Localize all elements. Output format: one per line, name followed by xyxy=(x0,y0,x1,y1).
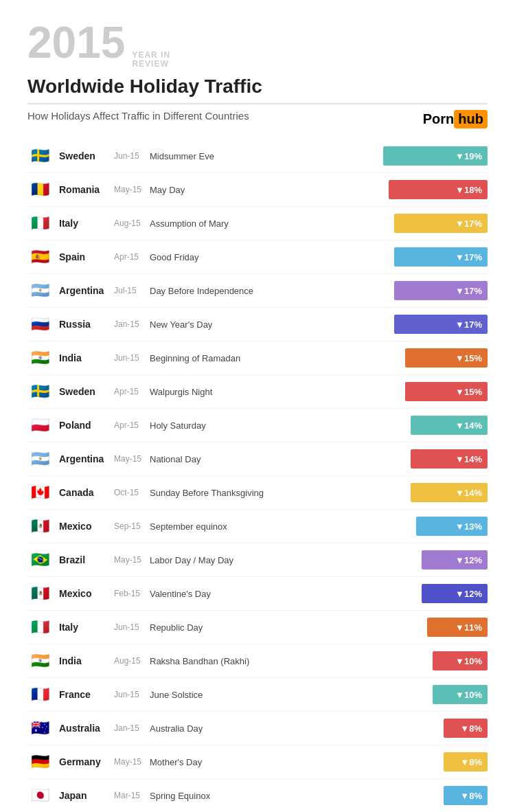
table-row: 🇦🇺 Australia Jan-15 Australia Day ▼8% xyxy=(27,712,488,745)
country-name: Argentina xyxy=(59,285,114,296)
subtitle: How Holidays Affect Traffic in Different… xyxy=(27,110,249,122)
year-text: 2015 xyxy=(27,21,125,65)
date-label: Jun-15 xyxy=(114,353,150,363)
table-row: 🇯🇵 Japan Mar-15 Spring Equinox ▼8% xyxy=(27,779,488,812)
holiday-name: May Day xyxy=(150,185,378,195)
country-name: India xyxy=(59,352,114,363)
percentage-bar: ▼12% xyxy=(422,584,488,603)
flag-icon: 🇮🇹 xyxy=(27,615,52,640)
bar-container: ▼18% xyxy=(378,180,488,199)
year-sub-line2: REVIEW xyxy=(132,60,170,69)
bar-container: ▼17% xyxy=(378,214,488,233)
flag-icon: 🇮🇳 xyxy=(27,649,52,673)
bar-container: ▼17% xyxy=(378,315,488,334)
flag-icon: 🇪🇸 xyxy=(27,245,52,269)
date-label: May-15 xyxy=(114,454,150,464)
flag-icon: 🇵🇱 xyxy=(27,413,52,438)
percentage-bar: ▼11% xyxy=(427,618,488,637)
percentage-bar: ▼17% xyxy=(394,281,488,300)
flag-icon: 🇮🇳 xyxy=(27,346,52,370)
date-label: Jan-15 xyxy=(114,319,150,329)
percentage-bar: ▼15% xyxy=(405,348,488,368)
table-row: 🇮🇹 Italy Aug-15 Assumption of Mary ▼17% xyxy=(27,207,488,240)
bar-container: ▼8% xyxy=(378,752,488,771)
holiday-name: Holy Saturday xyxy=(150,420,378,431)
table-row: 🇲🇽 Mexico Feb-15 Valentine's Day ▼12% xyxy=(27,577,488,611)
date-label: Jun-15 xyxy=(114,151,150,161)
table-row: 🇨🇦 Canada Oct-15 Sunday Before Thanksgiv… xyxy=(27,476,488,510)
bar-container: ▼8% xyxy=(378,719,488,738)
holiday-name: Beginning of Ramadan xyxy=(150,353,378,363)
percentage-bar: ▼14% xyxy=(411,483,488,502)
table-row: 🇷🇴 Romania May-15 May Day ▼18% xyxy=(27,173,488,207)
table-row: 🇪🇸 Spain Apr-15 Good Friday ▼17% xyxy=(27,240,488,274)
table-row: 🇸🇪 Sweden Jun-15 Midsummer Eve ▼19% xyxy=(27,139,488,173)
holiday-name: National Day xyxy=(150,454,378,464)
percentage-bar: ▼19% xyxy=(383,146,488,166)
country-name: Australia xyxy=(59,723,114,734)
country-name: France xyxy=(59,689,114,700)
table-row: 🇮🇳 India Aug-15 Raksha Bandhan (Rakhi) ▼… xyxy=(27,644,488,678)
date-label: Aug-15 xyxy=(114,218,150,228)
flag-icon: 🇸🇪 xyxy=(27,144,52,168)
table-row: 🇵🇱 Poland Apr-15 Holy Saturday ▼14% xyxy=(27,409,488,442)
percentage-bar: ▼17% xyxy=(394,247,488,267)
bar-container: ▼10% xyxy=(378,651,488,670)
country-name: Spain xyxy=(59,251,114,262)
country-name: Argentina xyxy=(59,453,114,464)
date-label: Sep-15 xyxy=(114,521,150,531)
logo-part1: Porn xyxy=(423,111,455,127)
bar-container: ▼14% xyxy=(378,449,488,469)
bar-container: ▼19% xyxy=(378,146,488,166)
table-row: 🇮🇹 Italy Jun-15 Republic Day ▼11% xyxy=(27,611,488,644)
bar-container: ▼13% xyxy=(378,517,488,536)
flag-icon: 🇷🇴 xyxy=(27,177,52,202)
date-label: May-15 xyxy=(114,185,150,194)
flag-icon: 🇦🇷 xyxy=(27,447,52,471)
percentage-bar: ▼8% xyxy=(444,786,488,805)
country-name: Brazil xyxy=(59,554,114,565)
date-label: Jun-15 xyxy=(114,690,150,699)
table-row: 🇧🇷 Brazil May-15 Labor Day / May Day ▼12… xyxy=(27,543,488,577)
percentage-bar: ▼10% xyxy=(433,685,488,704)
date-label: Feb-15 xyxy=(114,589,150,598)
holiday-name: Mother's Day xyxy=(150,757,378,767)
percentage-bar: ▼18% xyxy=(389,180,488,199)
holiday-name: Midsummer Eve xyxy=(150,151,378,161)
holiday-name: September equinox xyxy=(150,521,378,532)
date-label: Apr-15 xyxy=(114,252,150,262)
date-label: Aug-15 xyxy=(114,656,150,666)
table-row: 🇦🇷 Argentina Jul-15 Day Before Independe… xyxy=(27,274,488,308)
flag-icon: 🇲🇽 xyxy=(27,581,52,606)
country-name: Sweden xyxy=(59,150,114,161)
date-label: Jun-15 xyxy=(114,622,150,632)
date-label: Apr-15 xyxy=(114,387,150,396)
bar-container: ▼14% xyxy=(378,416,488,435)
main-title: Worldwide Holiday Traffic xyxy=(27,76,488,98)
country-name: Germany xyxy=(59,756,114,767)
holiday-name: Good Friday xyxy=(150,252,378,262)
percentage-bar: ▼10% xyxy=(433,651,488,670)
date-label: Mar-15 xyxy=(114,791,150,800)
country-name: Japan xyxy=(59,790,114,801)
country-name: Italy xyxy=(59,622,114,633)
bar-container: ▼15% xyxy=(378,348,488,368)
table-row: 🇷🇺 Russia Jan-15 New Year's Day ▼17% xyxy=(27,308,488,341)
bar-container: ▼8% xyxy=(378,786,488,805)
bar-container: ▼15% xyxy=(378,382,488,401)
flag-icon: 🇩🇪 xyxy=(27,749,52,774)
logo-part2: hub xyxy=(454,110,488,128)
bar-container: ▼12% xyxy=(378,584,488,603)
date-label: Oct-15 xyxy=(114,488,150,497)
percentage-bar: ▼8% xyxy=(444,719,488,738)
bar-container: ▼14% xyxy=(378,483,488,502)
date-label: May-15 xyxy=(114,757,150,767)
holiday-name: Sunday Before Thanksgiving xyxy=(150,488,378,498)
data-table: 🇸🇪 Sweden Jun-15 Midsummer Eve ▼19% 🇷🇴 R… xyxy=(27,139,488,812)
holiday-name: Raksha Bandhan (Rakhi) xyxy=(150,656,378,666)
percentage-bar: ▼14% xyxy=(411,449,488,469)
country-name: Poland xyxy=(59,420,114,431)
bar-container: ▼17% xyxy=(378,247,488,267)
bar-container: ▼11% xyxy=(378,618,488,637)
country-name: Mexico xyxy=(59,521,114,532)
